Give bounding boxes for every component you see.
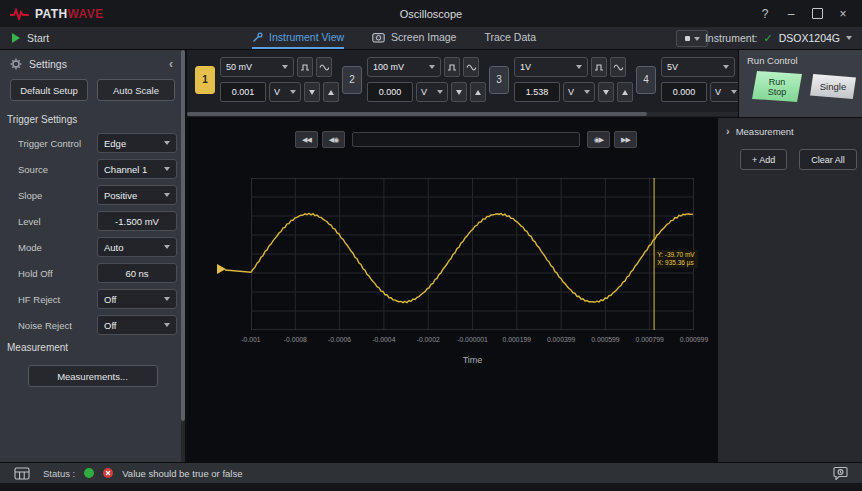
clear-all-button[interactable]: Clear All <box>799 149 857 170</box>
chevron-down-icon <box>694 37 700 41</box>
settings-sidebar: Settings ‹ Default Setup Auto Scale Trig… <box>0 50 186 462</box>
channel-1-coupling-dc-button[interactable] <box>297 57 313 77</box>
chevron-down-icon <box>584 90 590 94</box>
unit-value: V <box>568 87 574 97</box>
channel-1-decrease-button[interactable] <box>304 82 320 102</box>
chevron-down-icon <box>282 65 288 69</box>
start-button[interactable]: Start <box>12 27 49 49</box>
channel-2-unit-dropdown[interactable]: V <box>416 82 448 102</box>
scrub-bar[interactable] <box>352 132 580 147</box>
channel-3-unit-dropdown[interactable]: V <box>563 82 595 102</box>
status-ok-icon <box>84 468 94 478</box>
channel-1-controls: 50 mV0.001V <box>220 57 332 102</box>
channel-2-coupling-ac-button[interactable] <box>463 57 479 77</box>
x-tick: -0.0008 <box>284 336 307 343</box>
x-tick: -0.0002 <box>417 336 440 343</box>
channel-2-scale-dropdown[interactable]: 100 mV <box>367 57 441 77</box>
channel-3-offset-input[interactable]: 1.538 <box>514 82 560 102</box>
input-value: 60 ns <box>125 268 148 279</box>
notifications-icon[interactable] <box>833 466 848 480</box>
input-hold-off[interactable]: 60 ns <box>97 263 177 283</box>
offset-value: 1.538 <box>526 87 549 97</box>
pan-right-button[interactable]: ◉▶ <box>587 131 610 148</box>
logo-text-path: PATH <box>35 7 68 21</box>
chevron-down-icon <box>164 167 170 171</box>
field-label: Noise Reject <box>18 320 97 331</box>
tab-trace-data[interactable]: Trace Data <box>484 27 536 49</box>
instrument-selector[interactable]: Instrument: ✓ DSOX1204G <box>705 27 852 49</box>
dropdown-hf-reject[interactable]: Off <box>97 289 177 309</box>
tab-screen-image[interactable]: Screen Image <box>372 27 456 49</box>
window-controls: ? – × <box>752 0 862 27</box>
channel-3-coupling-dc-button[interactable] <box>591 57 607 77</box>
sidebar-scrollbar-thumb[interactable] <box>181 50 185 421</box>
unit-value: V <box>274 87 280 97</box>
run-stop-button[interactable]: Run Stop <box>752 71 802 102</box>
dropdown-mode[interactable]: Auto <box>97 237 177 257</box>
collapse-sidebar-button[interactable]: ‹ <box>169 57 173 71</box>
close-button[interactable]: × <box>830 0 856 27</box>
field-label: Mode <box>18 242 97 253</box>
channel-strip-scrollbar[interactable] <box>187 112 738 116</box>
channel-4-badge[interactable]: 4 <box>636 66 656 94</box>
channel-4-unit-dropdown[interactable]: V <box>710 82 738 102</box>
channel-1-scale-dropdown[interactable]: 50 mV <box>220 57 294 77</box>
channel-2-decrease-button[interactable] <box>451 82 467 102</box>
channel-4-scale-dropdown[interactable]: 5V <box>661 57 735 77</box>
pan-left-button[interactable]: ◀◉ <box>322 131 345 148</box>
channel-3-scale-dropdown[interactable]: 1V <box>514 57 588 77</box>
default-setup-button[interactable]: Default Setup <box>10 79 88 101</box>
tab-label: Screen Image <box>391 31 456 43</box>
sidebar-scrollbar[interactable] <box>181 50 185 462</box>
single-button[interactable]: Single <box>810 74 856 99</box>
chevron-down-icon <box>164 141 170 145</box>
channel-3-controls: 1V1.538V <box>514 57 626 102</box>
field-row-mode: ModeAuto <box>0 234 185 260</box>
log-grid-icon[interactable] <box>14 467 30 480</box>
channel-strip-scrollbar-thumb[interactable] <box>187 112 647 116</box>
display-options-dropdown[interactable] <box>676 30 708 47</box>
channel-2-badge[interactable]: 2 <box>342 66 362 94</box>
help-button[interactable]: ? <box>752 0 778 27</box>
measurement-panel: › Measurement + Add Clear All <box>717 118 862 462</box>
tabs: Instrument ViewScreen ImageTrace Data <box>252 27 536 49</box>
channel-1-coupling-ac-button[interactable] <box>316 57 332 77</box>
status-error-icon[interactable] <box>103 468 113 478</box>
channel-2-coupling-dc-button[interactable] <box>444 57 460 77</box>
waveform-plot[interactable]: Y: -39.70 mV X: 935.36 µs <box>251 178 694 330</box>
x-tick: -0.0004 <box>372 336 395 343</box>
channel-1-badge[interactable]: 1 <box>195 66 215 94</box>
dropdown-slope[interactable]: Positive <box>97 185 177 205</box>
channel-3-coupling-ac-button[interactable] <box>610 57 626 77</box>
scale-value: 1V <box>520 62 531 72</box>
auto-scale-button[interactable]: Auto Scale <box>97 79 175 101</box>
input-level[interactable]: -1.500 mV <box>97 211 177 231</box>
offset-value: 0.000 <box>673 87 696 97</box>
channel-3-badge[interactable]: 3 <box>489 66 509 94</box>
chevron-down-icon <box>290 90 296 94</box>
channel-4-offset-input[interactable]: 0.000 <box>661 82 707 102</box>
menu-bar: Start Instrument ViewScreen ImageTrace D… <box>0 27 862 50</box>
tab-instrument-view[interactable]: Instrument View <box>252 27 344 49</box>
dropdown-noise-reject[interactable]: Off <box>97 315 177 335</box>
channel-2-offset-input[interactable]: 0.000 <box>367 82 413 102</box>
trigger-level-marker[interactable] <box>217 264 226 274</box>
dropdown-trigger-control[interactable]: Edge <box>97 133 177 153</box>
field-row-hf-reject: HF RejectOff <box>0 286 185 312</box>
channel-group-4: 45V0.000V <box>628 50 738 117</box>
measurements-button[interactable]: Measurements... <box>28 365 158 387</box>
channel-3-decrease-button[interactable] <box>598 82 614 102</box>
restore-button[interactable] <box>804 0 830 27</box>
dropdown-source[interactable]: Channel 1 <box>97 159 177 179</box>
pan-far-left-button[interactable]: ◀◀ <box>295 131 318 148</box>
waveform-nav-toolbar: ◀◀◀◉◉▶▶▶ <box>295 131 637 148</box>
channel-1-unit-dropdown[interactable]: V <box>269 82 301 102</box>
measurement-panel-header[interactable]: › Measurement <box>718 118 862 137</box>
add-measurement-button[interactable]: + Add <box>740 149 787 170</box>
logo-text-wave: WAVE <box>68 7 104 21</box>
pan-far-right-button[interactable]: ▶▶ <box>614 131 637 148</box>
field-label: Source <box>18 164 97 175</box>
dropdown-value: Off <box>104 320 117 331</box>
minimize-button[interactable]: – <box>778 0 804 27</box>
channel-1-offset-input[interactable]: 0.001 <box>220 82 266 102</box>
